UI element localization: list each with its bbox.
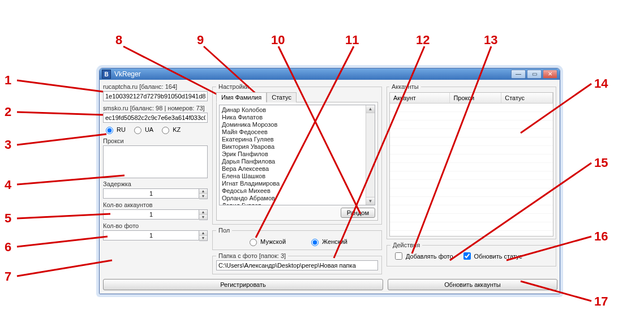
- smsko-label: smsko.ru [баланс: 98 | номеров: 73]: [103, 105, 208, 111]
- photo-folder-group: Папка с фото [папок: 3]: [212, 252, 382, 274]
- proxy-label: Прокси: [103, 137, 208, 144]
- acc-count-up[interactable]: ▲: [199, 210, 207, 215]
- annotation-9: 9: [197, 33, 204, 48]
- add-photo-checkbox[interactable]: Добавлять фото: [393, 251, 453, 261]
- photo-folder-input[interactable]: [216, 260, 378, 270]
- col-proxy[interactable]: Прокси: [450, 93, 501, 103]
- col-account[interactable]: Аккаунт: [390, 93, 450, 103]
- photo-count-value[interactable]: [103, 230, 199, 240]
- names-scrollbar[interactable]: ▲ ▼: [366, 105, 375, 205]
- delay-down[interactable]: ▼: [199, 194, 207, 199]
- delay-spinner[interactable]: ▲▼: [103, 188, 208, 199]
- gender-group: Пол Мужской Женский: [212, 227, 382, 250]
- update-status-checkbox[interactable]: Обновить статус: [461, 251, 522, 261]
- svg-line-4: [17, 214, 110, 218]
- delay-up[interactable]: ▲: [199, 189, 207, 194]
- scroll-down-icon[interactable]: ▼: [366, 197, 375, 205]
- accounts-legend: Аккаунты: [389, 83, 421, 90]
- accounts-table[interactable]: Аккаунт Прокси Статус: [389, 92, 553, 237]
- titlebar[interactable]: B VkReger — ▭ ✕: [100, 68, 560, 80]
- right-panel: Аккаунты Аккаунт Прокси Статус Действия …: [387, 83, 556, 277]
- annotation-7: 7: [5, 269, 11, 284]
- annotation-1: 1: [5, 73, 11, 88]
- annotation-17: 17: [594, 294, 608, 309]
- photo-count-label: Кол-во фото: [103, 222, 208, 229]
- annotation-14: 14: [594, 76, 608, 91]
- application-window: B VkReger — ▭ ✕ rucaptcha.ru [баланс: 16…: [99, 68, 560, 294]
- photo-count-up[interactable]: ▲: [199, 231, 207, 236]
- photo-count-spinner[interactable]: ▲▼: [103, 230, 208, 241]
- annotation-6: 6: [5, 240, 11, 255]
- annotation-2: 2: [5, 105, 11, 119]
- annotation-10: 10: [271, 33, 285, 48]
- country-ru[interactable]: RU: [103, 125, 126, 134]
- annotation-13: 13: [484, 33, 497, 48]
- annotation-4: 4: [5, 178, 11, 192]
- acc-count-spinner[interactable]: ▲▼: [103, 209, 208, 220]
- delay-value[interactable]: [103, 188, 199, 199]
- scroll-up-icon[interactable]: ▲: [366, 105, 375, 113]
- settings-legend: Настройки: [216, 83, 251, 90]
- random-button[interactable]: Рандом: [341, 208, 375, 218]
- accounts-body: [390, 104, 553, 236]
- country-kz[interactable]: KZ: [159, 125, 181, 134]
- annotation-5: 5: [5, 211, 11, 226]
- settings-group: Настройки Имя Фамилия Статус Динар Колоб…: [212, 83, 382, 225]
- acc-count-down[interactable]: ▼: [199, 215, 207, 220]
- close-button[interactable]: ✕: [543, 70, 557, 79]
- scroll-track[interactable]: [366, 113, 375, 197]
- maximize-button[interactable]: ▭: [527, 70, 542, 79]
- tab-name-surname[interactable]: Имя Фамилия: [216, 92, 267, 102]
- country-ua[interactable]: UA: [131, 125, 153, 134]
- col-status[interactable]: Статус: [501, 93, 553, 103]
- annotation-15: 15: [594, 156, 608, 170]
- app-icon: B: [102, 70, 111, 79]
- names-list-content: Динар КолобовНика ФилатовДоминика Морозо…: [220, 105, 366, 205]
- accounts-group: Аккаунты Аккаунт Прокси Статус: [387, 83, 556, 239]
- left-panel: rucaptcha.ru [баланс: 164] smsko.ru [бал…: [103, 83, 208, 277]
- annotation-12: 12: [416, 33, 430, 48]
- svg-line-0: [17, 80, 103, 92]
- delay-label: Задержка: [103, 180, 208, 187]
- rucaptcha-label: rucaptcha.ru [баланс: 164]: [103, 83, 208, 90]
- photo-folder-legend: Папка с фото [папок: 3]: [216, 252, 288, 259]
- annotation-16: 16: [594, 229, 608, 244]
- svg-line-1: [17, 112, 103, 115]
- gender-male[interactable]: Мужской: [247, 237, 286, 246]
- middle-panel: Настройки Имя Фамилия Статус Динар Колоб…: [212, 83, 382, 277]
- svg-line-6: [17, 260, 112, 276]
- annotation-11: 11: [345, 33, 359, 48]
- acc-count-label: Кол-во аккаунтов: [103, 201, 208, 208]
- svg-line-2: [17, 134, 106, 145]
- names-list[interactable]: Динар КолобовНика ФилатовДоминика Морозо…: [219, 105, 375, 205]
- rucaptcha-input[interactable]: [103, 91, 208, 101]
- annotation-3: 3: [5, 137, 11, 152]
- actions-legend: Действия: [390, 242, 422, 248]
- acc-count-value[interactable]: [103, 209, 199, 220]
- window-title: VkReger: [114, 70, 141, 78]
- svg-line-5: [17, 237, 108, 247]
- minimize-button[interactable]: —: [511, 70, 526, 79]
- tab-status[interactable]: Статус: [267, 92, 297, 102]
- update-accounts-button[interactable]: Обновить аккаунты: [388, 279, 557, 290]
- photo-count-down[interactable]: ▼: [199, 236, 207, 240]
- actions-group: Действия Добавлять фото Обновить статус: [387, 242, 556, 266]
- smsko-input[interactable]: [103, 113, 208, 123]
- gender-female[interactable]: Женский: [308, 237, 347, 246]
- register-button[interactable]: Регистрировать: [103, 279, 383, 290]
- proxy-textarea[interactable]: [103, 145, 208, 178]
- annotation-8: 8: [115, 33, 122, 48]
- country-radio-group: RU UA KZ: [103, 125, 208, 134]
- gender-legend: Пол: [216, 227, 232, 234]
